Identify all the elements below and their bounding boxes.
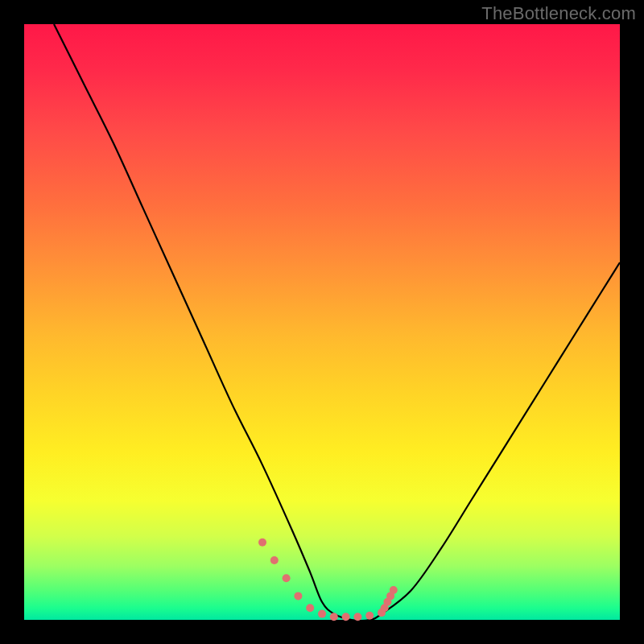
highlight-dot [318, 610, 326, 618]
highlight-dot [306, 604, 314, 612]
watermark-text: TheBottleneck.com [481, 3, 636, 24]
curve-line-group [54, 24, 620, 621]
curve-line [54, 24, 620, 621]
plot-area [24, 24, 620, 620]
highlight-dot [353, 613, 361, 621]
highlight-dot [342, 613, 350, 621]
highlight-dot [294, 592, 302, 600]
highlight-markers [258, 539, 398, 621]
highlight-dot [365, 612, 374, 620]
highlight-dot [390, 586, 398, 594]
highlight-dot [283, 574, 291, 582]
highlight-dot [270, 556, 279, 564]
chart-svg [24, 24, 620, 620]
highlight-dot [258, 539, 266, 547]
highlight-dot [330, 613, 338, 621]
chart-frame: TheBottleneck.com [0, 0, 644, 644]
